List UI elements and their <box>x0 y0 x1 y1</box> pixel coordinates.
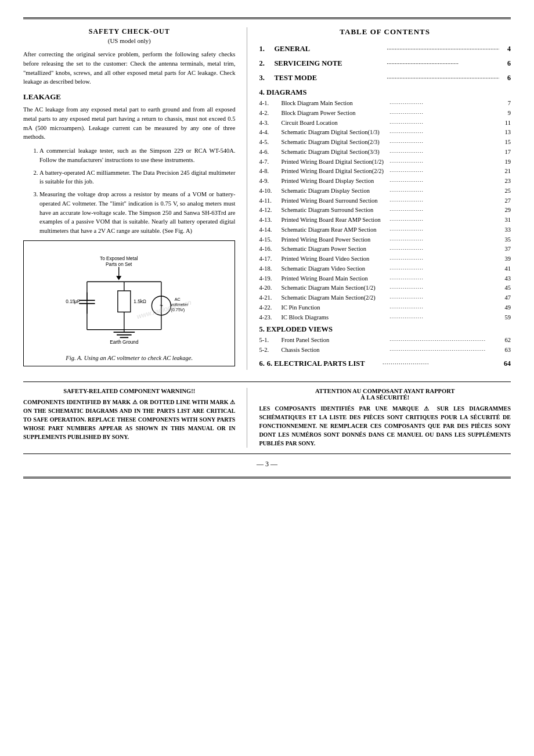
svg-text:To Exposed Metal: To Exposed Metal <box>100 256 138 261</box>
bottom-border <box>23 477 511 478</box>
toc-diagram-item-7: 4-8.Printed Wiring Board Digital Section… <box>259 167 511 176</box>
page: SAFETY CHECK-OUT (US model only) After c… <box>0 0 534 756</box>
toc-dots-1: ········································… <box>385 45 499 52</box>
toc-num-2: 2. <box>259 59 270 68</box>
toc-diagram-item-11: 4-12.Schematic Diagram Surround Section·… <box>259 206 511 215</box>
bottom-section: SAFETY-RELATED COMPONENT WARNING!! COMPO… <box>23 381 511 454</box>
toc-dots-2: ········································… <box>385 60 499 67</box>
left-column: SAFETY CHECK-OUT (US model only) After c… <box>23 27 247 370</box>
toc-diagram-item-12: 4-13.Printed Wiring Board Rear AMP Secti… <box>259 215 511 225</box>
electrical-item: 6. 6. ELECTRICAL PARTS LIST ············… <box>259 358 511 369</box>
toc-exploded-title: 5. EXPLODED VIEWS <box>259 325 511 334</box>
safety-subtitle: (US model only) <box>23 37 235 44</box>
toc-diagram-item-6: 4-7.Printed Wiring Board Digital Section… <box>259 157 511 167</box>
bottom-left-text-content: COMPONENTS IDENTIFIED BY MARK ⚠ OR DOTTE… <box>23 399 235 440</box>
toc-diagram-item-13: 4-14.Schematic Diagram Rear AMP Section·… <box>259 225 511 235</box>
toc-page-3: 6 <box>499 74 511 82</box>
toc-num-3: 3. <box>259 74 270 82</box>
diagram-caption: Fig. A. Using an AC voltmeter to check A… <box>33 355 226 361</box>
svg-text:Parts on Set: Parts on Set <box>106 262 132 267</box>
leakage-title: LEAKAGE <box>23 92 235 102</box>
toc-num-1: 1. <box>259 45 270 53</box>
toc-diagram-item-8: 4-9.Printed Wiring Board Display Section… <box>259 177 511 186</box>
bottom-right: ATTENTION AU COMPOSANT AYANT RAPPORT À L… <box>247 388 511 448</box>
toc-diagram-item-1: 4-2.Block Diagram Power Section·········… <box>259 109 511 118</box>
bottom-left-text: COMPONENTS IDENTIFIED BY MARK ⚠ OR DOTTE… <box>23 398 235 441</box>
bottom-right-text: LES COMPOSANTS IDENTIFIÉS PAR UNE MARQUE… <box>259 404 511 448</box>
bottom-left-title: SAFETY-RELATED COMPONENT WARNING!! <box>23 388 235 394</box>
toc-diagram-item-20: 4-21.Schematic Diagram Main Section(2/2)… <box>259 293 511 303</box>
toc-diagram-item-17: 4-18.Schematic Diagram Video Section····… <box>259 264 511 273</box>
electrical-dots: ······················· <box>381 359 498 368</box>
electrical-num: 6. <box>259 358 264 369</box>
svg-marker-3 <box>116 276 121 280</box>
circuit-svg: To Exposed Metal Parts on Set <box>48 253 211 345</box>
bottom-left: SAFETY-RELATED COMPONENT WARNING!! COMPO… <box>23 388 247 448</box>
list-item-1: A commercial leakage tester, such as the… <box>39 146 235 165</box>
toc-diagram-item-16: 4-17.Printed Wiring Board Video Section·… <box>259 254 511 264</box>
toc-diagrams-title: 4. DIAGRAMS <box>259 88 511 97</box>
toc-label-2: SERVICEING NOTE <box>274 59 385 68</box>
toc-diagram-item-22: 4-23.IC Block Diagrams··················… <box>259 313 511 322</box>
toc-exploded-item-1: 5-2.Chassis Section·····················… <box>259 345 511 355</box>
bottom-right-text-content: LES COMPOSANTS IDENTIFIÉS PAR UNE MARQUE… <box>259 405 511 447</box>
safety-title: SAFETY CHECK-OUT <box>23 27 235 36</box>
list-item-2: A battery-operated AC milliammeter. The … <box>39 168 235 187</box>
toc-dots-3: ········································… <box>385 74 499 81</box>
toc-diagram-item-15: 4-16.Schematic Diagram Power Section····… <box>259 244 511 254</box>
toc-item-2: 2. SERVICEING NOTE ·····················… <box>259 59 511 68</box>
electrical-section: 6. 6. ELECTRICAL PARTS LIST ············… <box>259 358 511 369</box>
svg-rect-15 <box>118 291 131 312</box>
toc-page-2: 6 <box>499 59 511 68</box>
toc-diagram-item-5: 4-6.Schematic Diagram Digital Section(3/… <box>259 147 511 157</box>
toc-diagram-item-10: 4-11.Printed Wiring Board Surround Secti… <box>259 196 511 206</box>
toc-diagrams-list: 4-1.Block Diagram Main Section··········… <box>259 99 511 322</box>
svg-text:μF: μF <box>74 299 80 304</box>
toc-page-1: 4 <box>499 45 511 53</box>
svg-text:1.5kΩ: 1.5kΩ <box>134 299 146 304</box>
toc-diagram-item-14: 4-15.Printed Wiring Board Power Section·… <box>259 235 511 244</box>
toc-diagram-item-0: 4-1.Block Diagram Main Section··········… <box>259 99 511 108</box>
toc-diagram-item-19: 4-20.Schematic Diagram Main Section(1/2)… <box>259 283 511 293</box>
toc-exploded-list: 5-1.Front Panel Section·················… <box>259 336 511 355</box>
toc-diagram-item-21: 4-22.IC Pin Function··················49 <box>259 303 511 312</box>
top-border <box>23 17 511 19</box>
toc-title: TABLE OF CONTENTS <box>259 27 511 37</box>
toc-diagram-item-4: 4-5.Schematic Diagram Digital Section(2/… <box>259 138 511 147</box>
toc-label-3: TEST MODE <box>274 74 385 82</box>
safety-para1: After correcting the original service pr… <box>23 50 235 87</box>
svg-text:Earth Ground: Earth Ground <box>110 340 139 345</box>
toc-exploded-item-0: 5-1.Front Panel Section·················… <box>259 336 511 345</box>
electrical-page: 64 <box>498 358 511 369</box>
list-item-3: Measuring the voltage drop across a resi… <box>39 190 235 236</box>
page-number: — 3 — <box>23 460 511 469</box>
leakage-list: A commercial leakage tester, such as the… <box>30 146 235 236</box>
toc-label-1: GENERAL <box>274 45 385 53</box>
toc-diagram-item-3: 4-4.Schematic Diagram Digital Section(1/… <box>259 128 511 137</box>
leakage-para1: The AC leakage from any exposed metal pa… <box>23 105 235 142</box>
right-column: TABLE OF CONTENTS 1. GENERAL ···········… <box>247 27 511 370</box>
exploded-section: 5. EXPLODED VIEWS 5-1.Front Panel Sectio… <box>259 325 511 355</box>
toc-diagram-item-18: 4-19.Printed Wiring Board Main Section··… <box>259 274 511 283</box>
toc-item-3: 3. TEST MODE ···························… <box>259 74 511 82</box>
main-content: SAFETY CHECK-OUT (US model only) After c… <box>23 27 511 370</box>
electrical-label: 6. ELECTRICAL PARTS LIST <box>267 358 381 369</box>
toc-diagram-item-2: 4-3.Circuit Board Location··············… <box>259 118 511 128</box>
toc-item-1: 1. GENERAL ·····························… <box>259 45 511 53</box>
diagram-box: To Exposed Metal Parts on Set <box>23 240 235 366</box>
toc-diagram-item-9: 4-10.Schematic Diagram Display Section··… <box>259 186 511 196</box>
bottom-right-title: ATTENTION AU COMPOSANT AYANT RAPPORT À L… <box>259 388 511 401</box>
circuit-diagram: To Exposed Metal Parts on Set <box>33 247 226 351</box>
